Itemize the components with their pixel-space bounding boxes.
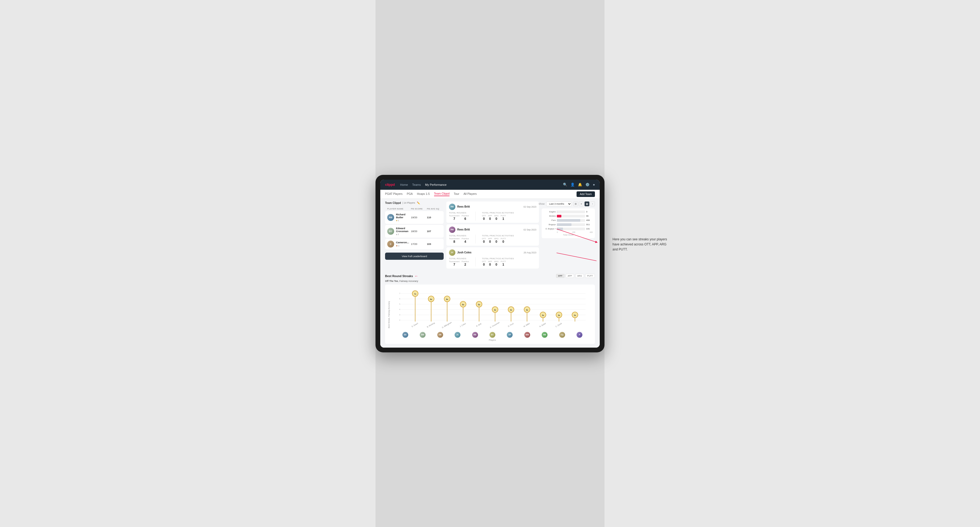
card-date: 02 Sep 2023 <box>523 229 536 231</box>
arg-value: 0 <box>496 217 498 221</box>
pb-score: 18/20 <box>411 230 427 233</box>
bar-chart-container: Eagles 3 Birdies <box>542 208 595 238</box>
practice-activities-label: Total Practice Activities <box>482 235 514 237</box>
svg-text:3x: 3x <box>542 314 544 316</box>
putt-label: PUTT <box>501 260 506 263</box>
player-row[interactable]: EC Edward Crossman ♦ 2 1 <box>385 225 444 238</box>
player-row[interactable]: C Cameron... ♣ 3 17/20 <box>385 239 444 249</box>
avatar-icon[interactable]: ● <box>593 183 595 187</box>
practice-value: 6 <box>465 217 466 221</box>
bar-label: Birdies <box>544 215 556 217</box>
player-avatar-small: RB <box>472 332 478 338</box>
card-stats: Total Rounds Tournament 8 Practice <box>449 235 536 243</box>
player-row[interactable]: RB Richard Butler ♥ 1 19 <box>385 211 444 224</box>
putt-value: 0 <box>502 240 504 243</box>
list-view-btn[interactable]: ≡ <box>579 202 584 206</box>
svg-text:3x: 3x <box>558 314 560 316</box>
stat-practice: Practice 4 <box>462 237 469 243</box>
settings-icon[interactable]: ⚙️ <box>585 183 590 187</box>
svg-text:J. Coles: J. Coles <box>460 322 466 327</box>
card-player-name: Josh Coles <box>457 251 471 254</box>
player-avatar-small: EE <box>402 332 408 338</box>
bar-label: Eagles <box>544 211 556 213</box>
arrow-icon: ← <box>415 274 418 278</box>
practice-stat-row: OTT 0 APP 0 ARG <box>482 237 514 243</box>
rounds-label: Total Rounds <box>449 211 469 214</box>
period-select[interactable]: Last 3 months Last 6 months Last 12 mont… <box>546 202 572 206</box>
svg-text:4x: 4x <box>526 309 528 311</box>
nav-home[interactable]: Home <box>400 183 408 186</box>
pb-score: 19/20 <box>411 216 427 219</box>
filter-ott[interactable]: OTT <box>556 274 565 278</box>
svg-text:E. Crossman: E. Crossman <box>490 321 500 328</box>
show-label: Show <box>538 203 545 205</box>
sub-nav-tour[interactable]: Tour <box>454 192 459 196</box>
arg-label: ARG <box>494 237 498 240</box>
bar-row-dbogeys: D. Bogeys + 131 <box>544 227 593 230</box>
main-content: Team Clippd | 14 Players ✏️ PLAYER NAME … <box>380 199 600 271</box>
practice-label: Practice <box>462 237 469 240</box>
x-label: 0 <box>557 231 558 233</box>
player-avatar-small: EC <box>490 332 495 338</box>
sub-nav-hcaps[interactable]: Hcaps 1-5 <box>417 192 430 196</box>
sub-nav-pgat[interactable]: PGAT Players <box>385 192 402 196</box>
view-leaderboard-button[interactable]: View Full Leaderboard <box>385 252 444 260</box>
bar-value: 311 <box>586 223 593 226</box>
stat-group-practice: Total Practice Activities OTT 0 APP <box>482 235 514 243</box>
stat-row: Tournament 7 Practice 2 <box>449 260 469 267</box>
svg-text:E. Ewert: E. Ewert <box>412 322 418 327</box>
practice-value: 2 <box>465 263 466 267</box>
badge-num: 1 <box>398 219 399 222</box>
chart-view-btn[interactable]: ▦ <box>584 202 589 206</box>
player-avatar-small: JC <box>455 332 460 338</box>
player-card-header: JC Josh Coles 26 Aug 2023 <box>449 249 536 256</box>
logo-text: clippd <box>385 183 395 187</box>
col-player-name: PLAYER NAME <box>387 208 411 210</box>
search-icon[interactable]: 🔍 <box>563 183 567 187</box>
svg-text:2: 2 <box>399 319 400 321</box>
streak-chart: Best Streak, Fairway Accuracy <box>385 284 595 344</box>
player-info: EC Edward Crossman ♦ 2 <box>387 227 411 236</box>
bar-track <box>557 219 585 222</box>
sub-nav-team-clippd[interactable]: Team Clippd <box>434 192 450 196</box>
sub-nav-all-players[interactable]: All Players <box>463 192 477 196</box>
player-badge: ♣ 3 <box>396 244 409 247</box>
tournament-label: Tournament <box>449 260 460 263</box>
subtitle-bold: Off The Tee <box>385 280 398 283</box>
y-axis-label: Best Streak, Fairway Accuracy <box>388 288 391 341</box>
filter-app[interactable]: APP <box>566 274 574 278</box>
stat-app: APP 0 <box>488 260 492 267</box>
filter-arg[interactable]: ARG <box>575 274 584 278</box>
bell-icon[interactable]: 🔔 <box>578 183 582 187</box>
sub-nav-pga[interactable]: PGA <box>407 192 413 196</box>
bar-value: 131 <box>586 227 593 230</box>
player-card-header: RB Rees Britt 02 Sep 2023 <box>449 227 536 233</box>
user-icon[interactable]: 👤 <box>570 183 575 187</box>
nav-right: 🔍 👤 🔔 ⚙️ ● <box>563 183 595 187</box>
nav-my-performance[interactable]: My Performance <box>425 183 447 186</box>
practice-activities-label: Total Practice Activities <box>482 257 514 260</box>
arg-value: 0 <box>496 240 498 243</box>
silver-badge-icon: ♦ <box>396 233 397 236</box>
add-team-button[interactable]: Add Team <box>577 191 595 197</box>
sub-nav: PGAT Players PGA Hcaps 1-5 Team Clippd T… <box>380 190 600 199</box>
card-avatar: JC <box>449 249 455 256</box>
putt-value: 1 <box>502 217 504 221</box>
edit-icon[interactable]: ✏️ <box>417 202 420 205</box>
nav-teams[interactable]: Teams <box>412 183 421 186</box>
filter-putt[interactable]: PUTT <box>585 274 595 278</box>
svg-text:M. Miller: M. Miller <box>523 322 530 327</box>
grid-view-btn[interactable]: ⊞ <box>573 202 578 206</box>
svg-text:C. Quick: C. Quick <box>555 322 562 328</box>
tournament-label: Tournament <box>449 237 460 240</box>
export-btn[interactable]: ↑ <box>590 202 595 206</box>
chart-subtitle: Off The Tee, Fairway Accuracy <box>385 280 595 283</box>
svg-text:4: 4 <box>399 308 400 310</box>
stat-group-rounds: Total Rounds Tournament 7 Practice <box>449 211 469 221</box>
player-card-header: RB Rees Britt 02 Sep 2023 <box>449 204 536 210</box>
svg-text:5x: 5x <box>462 304 464 306</box>
player-badge: ♦ 2 <box>396 233 411 236</box>
bar-label: Pars <box>544 219 556 221</box>
svg-text:B. McHerg: B. McHerg <box>426 322 435 328</box>
app-value: 0 <box>489 263 491 267</box>
